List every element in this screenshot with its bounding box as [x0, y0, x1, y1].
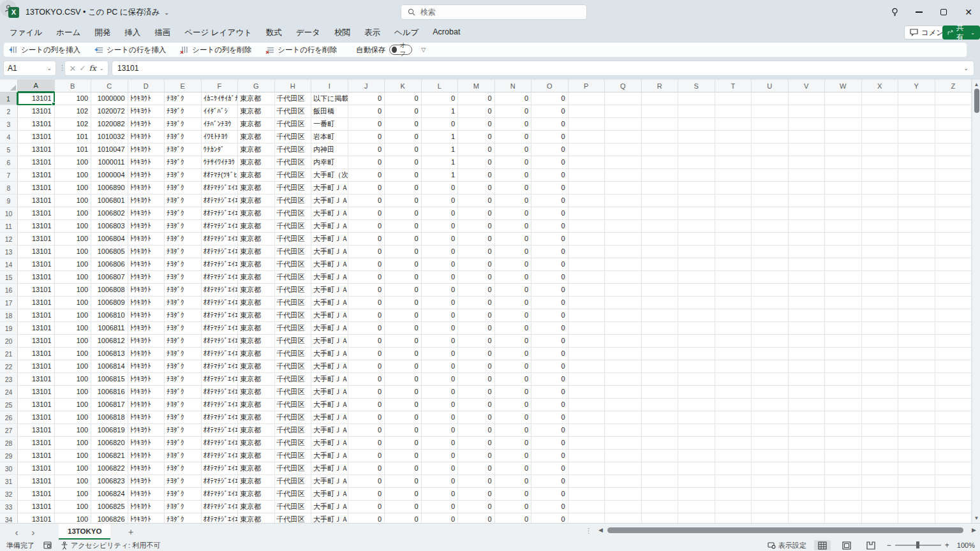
cell-K2[interactable]: 0: [385, 105, 422, 118]
document-title[interactable]: 13TOKYO.CSV • この PC に保存済み⌄: [26, 7, 169, 18]
cell-T8[interactable]: [715, 182, 752, 195]
cell-K33[interactable]: 0: [385, 501, 422, 513]
cell-R8[interactable]: [642, 182, 679, 195]
vertical-scrollbar[interactable]: ▲ ▼: [972, 80, 980, 523]
cell-T20[interactable]: [715, 335, 752, 348]
column-header-G[interactable]: G: [238, 80, 275, 92]
cell-F16[interactable]: ｵｵﾃﾏﾁｼﾞｴｲｴｰﾋﾞﾙ(8ｶｲ): [202, 284, 239, 297]
cell-N3[interactable]: 0: [495, 118, 532, 131]
cell-H21[interactable]: 千代田区: [275, 348, 312, 360]
cell-Z28[interactable]: [935, 437, 972, 450]
autosave-toggle[interactable]: オフ: [389, 45, 412, 55]
cell-A16[interactable]: 13101: [18, 284, 55, 297]
lightbulb-icon[interactable]: [882, 0, 907, 24]
cell-P20[interactable]: [568, 335, 605, 348]
cell-D31[interactable]: ﾄｳｷﾖｳﾄ: [128, 475, 165, 488]
cell-I25[interactable]: 大手町ＪＡビル（１７階）: [311, 399, 348, 411]
cell-A23[interactable]: 13101: [18, 373, 55, 386]
cell-S6[interactable]: [678, 156, 715, 169]
cell-K8[interactable]: 0: [385, 182, 422, 195]
cell-X19[interactable]: [862, 322, 899, 335]
cell-Y19[interactable]: [898, 322, 935, 335]
cell-T1[interactable]: [715, 92, 752, 105]
cell-V30[interactable]: [789, 462, 826, 475]
cell-K5[interactable]: 0: [385, 143, 422, 156]
normal-view-button[interactable]: [814, 540, 831, 550]
cell-B23[interactable]: 100: [55, 373, 92, 386]
cell-G22[interactable]: 東京都: [238, 360, 275, 373]
cell-W13[interactable]: [825, 246, 862, 258]
cell-A8[interactable]: 13101: [18, 182, 55, 195]
row-header-26[interactable]: 26: [0, 411, 18, 424]
cell-U7[interactable]: [752, 169, 789, 182]
cell-W3[interactable]: [825, 118, 862, 131]
cell-F8[interactable]: ｵｵﾃﾏﾁｼﾞｴｲｴｰﾋﾞﾙ(ﾁｶｲ･ｶｲｿｳﾌﾒｲ): [202, 182, 239, 195]
column-header-H[interactable]: H: [275, 80, 312, 92]
cell-T22[interactable]: [715, 360, 752, 373]
cell-W9[interactable]: [825, 195, 862, 207]
cell-A5[interactable]: 13101: [18, 143, 55, 156]
row-header-14[interactable]: 14: [0, 258, 18, 271]
cell-Y7[interactable]: [898, 169, 935, 182]
cell-X29[interactable]: [862, 450, 899, 462]
cell-P21[interactable]: [568, 348, 605, 360]
cell-Y17[interactable]: [898, 297, 935, 309]
cell-X8[interactable]: [862, 182, 899, 195]
cell-K30[interactable]: 0: [385, 462, 422, 475]
cell-P22[interactable]: [568, 360, 605, 373]
cell-X33[interactable]: [862, 501, 899, 513]
cell-C3[interactable]: 1020082: [91, 118, 128, 131]
cell-I14[interactable]: 大手町ＪＡビル（６階）: [311, 258, 348, 271]
cell-G12[interactable]: 東京都: [238, 233, 275, 246]
column-header-M[interactable]: M: [458, 80, 495, 92]
cell-N6[interactable]: 0: [495, 156, 532, 169]
cell-K7[interactable]: 0: [385, 169, 422, 182]
cell-Z21[interactable]: [935, 348, 972, 360]
cell-R14[interactable]: [642, 258, 679, 271]
cell-C20[interactable]: 1006812: [91, 335, 128, 348]
cell-B34[interactable]: 100: [55, 513, 92, 523]
ribbon-tab-ホーム[interactable]: ホーム: [49, 24, 87, 41]
cell-B5[interactable]: 101: [55, 143, 92, 156]
cell-K27[interactable]: 0: [385, 424, 422, 437]
cell-P19[interactable]: [568, 322, 605, 335]
cell-S9[interactable]: [678, 195, 715, 207]
cell-G16[interactable]: 東京都: [238, 284, 275, 297]
cell-L29[interactable]: 0: [422, 450, 459, 462]
cell-X9[interactable]: [862, 195, 899, 207]
cell-G24[interactable]: 東京都: [238, 386, 275, 399]
cell-B1[interactable]: 100: [55, 92, 92, 105]
row-header-30[interactable]: 30: [0, 462, 18, 475]
cell-S22[interactable]: [678, 360, 715, 373]
cell-K10[interactable]: 0: [385, 207, 422, 220]
cell-Y18[interactable]: [898, 309, 935, 322]
cell-X26[interactable]: [862, 411, 899, 424]
cell-L3[interactable]: 0: [422, 118, 459, 131]
cell-Q23[interactable]: [605, 373, 642, 386]
cell-S11[interactable]: [678, 220, 715, 233]
cell-H11[interactable]: 千代田区: [275, 220, 312, 233]
cell-E24[interactable]: ﾁﾖﾀﾞｸ: [165, 386, 202, 399]
cell-O14[interactable]: 0: [531, 258, 568, 271]
cell-F29[interactable]: ｵｵﾃﾏﾁｼﾞｴｲｴｰﾋﾞﾙ(21ｶｲ): [202, 450, 239, 462]
cell-V6[interactable]: [789, 156, 826, 169]
cell-T21[interactable]: [715, 348, 752, 360]
cell-N33[interactable]: 0: [495, 501, 532, 513]
cell-D14[interactable]: ﾄｳｷﾖｳﾄ: [128, 258, 165, 271]
cell-C16[interactable]: 1006808: [91, 284, 128, 297]
cell-A28[interactable]: 13101: [18, 437, 55, 450]
row-header-20[interactable]: 20: [0, 335, 18, 348]
cell-O6[interactable]: 0: [531, 156, 568, 169]
cell-Q7[interactable]: [605, 169, 642, 182]
cell-B8[interactable]: 100: [55, 182, 92, 195]
cell-K31[interactable]: 0: [385, 475, 422, 488]
cell-W33[interactable]: [825, 501, 862, 513]
ribbon-tab-ヘルプ[interactable]: ヘルプ: [387, 24, 426, 41]
cell-A18[interactable]: 13101: [18, 309, 55, 322]
cell-F20[interactable]: ｵｵﾃﾏﾁｼﾞｴｲｴｰﾋﾞﾙ(12ｶｲ): [202, 335, 239, 348]
cell-Y16[interactable]: [898, 284, 935, 297]
cell-R19[interactable]: [642, 322, 679, 335]
cell-R33[interactable]: [642, 501, 679, 513]
insert-function-icon[interactable]: fx: [89, 64, 96, 73]
cell-D30[interactable]: ﾄｳｷﾖｳﾄ: [128, 462, 165, 475]
